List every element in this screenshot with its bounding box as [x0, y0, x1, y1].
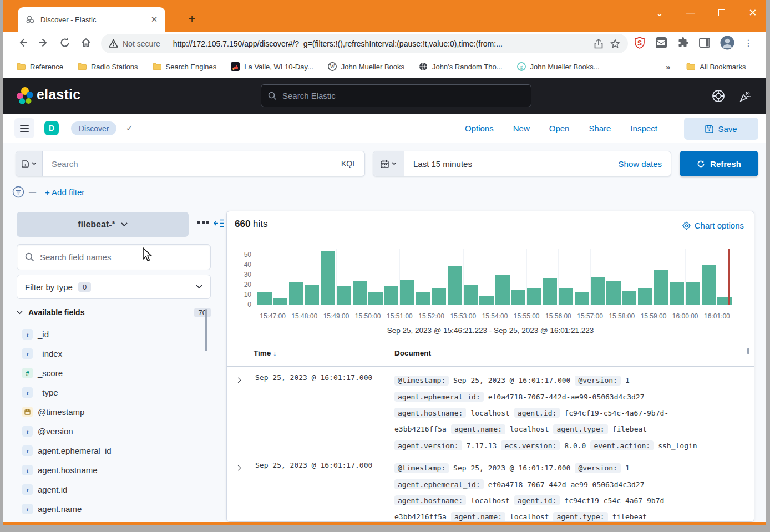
extensions-puzzle-icon[interactable] [677, 37, 689, 49]
field-key-badge[interactable]: agent.type: [553, 424, 607, 434]
histogram-bar[interactable] [432, 288, 447, 305]
histogram-bar[interactable] [606, 281, 621, 305]
date-quick-menu-button[interactable] [373, 151, 404, 176]
extension-mail-icon[interactable] [655, 37, 667, 49]
side-panel-icon[interactable] [698, 37, 711, 49]
browser-tab[interactable]: Discover - Elastic ✕ [18, 7, 165, 32]
histogram-bar[interactable] [511, 290, 526, 305]
add-filter-button[interactable]: + Add filter [45, 188, 84, 197]
menu-hamburger-button[interactable] [14, 118, 34, 138]
global-search-input[interactable] [282, 91, 524, 100]
index-pattern-options-icon[interactable] [197, 221, 209, 224]
url-text[interactable]: http://172.105.7.150/app/discover#/?_g=(… [173, 39, 587, 48]
bookmarks-overflow-chevron[interactable]: » [666, 62, 670, 72]
help-icon[interactable] [712, 89, 725, 103]
histogram-bar[interactable] [368, 292, 383, 305]
histogram-bar[interactable] [400, 280, 414, 305]
field-item[interactable]: #_score [17, 363, 200, 383]
histogram-bar[interactable] [495, 275, 510, 305]
field-search-input[interactable] [40, 252, 202, 262]
browser-menu-kebab-icon[interactable]: ⋮ [744, 38, 753, 48]
histogram-bar[interactable] [543, 278, 558, 305]
bookmark-item[interactable]: John's Random Tho... [419, 62, 503, 71]
toolbar-link-inspect[interactable]: Inspect [630, 124, 657, 133]
field-key-badge[interactable]: agent.ephemeral_id: [394, 479, 484, 489]
field-item[interactable]: tagent.ephemeral_id [17, 441, 200, 460]
histogram-bar[interactable] [670, 282, 685, 305]
histogram-bar[interactable] [416, 292, 430, 305]
address-bar[interactable]: Not secure http://172.105.7.150/app/disc… [101, 34, 628, 53]
bookmark-item[interactable]: Reference [17, 63, 63, 71]
histogram-bar[interactable] [527, 288, 541, 305]
histogram-bar[interactable] [289, 282, 303, 305]
column-header-time[interactable]: Time ↓ [254, 349, 277, 357]
kql-search-input[interactable] [43, 159, 341, 169]
toolbar-link-share[interactable]: Share [589, 124, 611, 133]
show-dates-button[interactable]: Show dates [619, 159, 671, 169]
histogram-bar[interactable] [702, 265, 716, 305]
sort-desc-icon[interactable]: ↓ [273, 349, 277, 357]
field-key-badge[interactable]: event.action: [590, 440, 654, 450]
breadcrumb-caret-icon[interactable]: ✓ [126, 123, 133, 133]
table-scrollbar[interactable] [747, 348, 749, 354]
time-range-value[interactable]: Last 15 minutes [404, 159, 619, 169]
histogram-bar[interactable] [654, 270, 668, 305]
field-key-badge[interactable]: agent.name: [451, 512, 505, 522]
elastic-logo-icon[interactable] [16, 87, 34, 105]
field-key-badge[interactable]: @version: [575, 463, 620, 473]
field-key-badge[interactable]: agent.id: [514, 408, 560, 418]
histogram-bar[interactable] [717, 297, 732, 305]
field-key-badge[interactable]: agent.type: [553, 512, 607, 522]
field-key-badge[interactable]: agent.ephemeral_id: [394, 392, 484, 402]
global-search-box[interactable] [261, 84, 531, 107]
field-key-badge[interactable]: ecs.version: [501, 440, 560, 450]
histogram-bar[interactable] [448, 266, 462, 305]
tab-close-icon[interactable]: ✕ [149, 14, 160, 25]
back-button[interactable] [16, 36, 30, 50]
filter-by-type-select[interactable]: Filter by type 0 [17, 275, 211, 299]
histogram-bar[interactable] [353, 281, 367, 305]
breadcrumb-discover[interactable]: Discover [71, 121, 116, 135]
field-item[interactable]: tagent.name [17, 499, 200, 519]
extension-s-shield-icon[interactable]: S [634, 37, 646, 49]
refresh-button[interactable]: Refresh [680, 151, 758, 176]
save-button[interactable]: Save [684, 118, 758, 140]
field-item[interactable]: t@version [17, 422, 200, 441]
expand-row-button[interactable] [236, 459, 255, 522]
histogram-bar[interactable] [575, 292, 589, 305]
sidebar-scrollbar[interactable] [205, 309, 207, 351]
newsfeed-party-icon[interactable] [739, 89, 752, 103]
field-key-badge[interactable]: agent.id: [514, 495, 560, 505]
field-key-badge[interactable]: @version: [575, 376, 620, 386]
minimize-button[interactable]: — [682, 4, 699, 21]
field-key-badge[interactable]: agent.name: [451, 424, 505, 434]
histogram-bar[interactable] [321, 251, 335, 305]
available-fields-header[interactable]: Available fields 70 [17, 305, 211, 320]
filter-circle-icon[interactable] [12, 186, 24, 198]
hits-histogram[interactable]: 0102030405015:47:0015:48:0015:49:0015:50… [227, 211, 754, 342]
forward-button[interactable] [37, 36, 51, 50]
new-tab-button[interactable]: + [184, 11, 200, 27]
share-icon[interactable] [594, 39, 604, 49]
column-header-document[interactable]: Document [394, 349, 431, 357]
all-bookmarks-button[interactable]: All Bookmarks [686, 63, 746, 71]
field-key-badge[interactable]: agent.hostname: [394, 495, 466, 505]
histogram-bar[interactable] [384, 286, 399, 305]
toolbar-link-open[interactable]: Open [549, 124, 570, 133]
histogram-bar[interactable] [686, 282, 700, 305]
histogram-bar[interactable] [305, 285, 320, 305]
toolbar-link-options[interactable]: Options [465, 124, 494, 133]
histogram-bar[interactable] [273, 298, 288, 305]
histogram-bar[interactable] [559, 288, 573, 305]
field-item[interactable]: t_type [17, 383, 200, 402]
index-pattern-selector[interactable]: filebeat-* [17, 212, 189, 237]
expand-row-button[interactable] [236, 372, 255, 454]
field-key-badge[interactable]: agent.version: [394, 440, 462, 450]
bookmark-item[interactable]: gJohn Mueller Books... [517, 62, 600, 71]
bookmark-item[interactable]: La Valle, WI 10-Day... [231, 62, 313, 71]
security-label[interactable]: Not secure [123, 39, 160, 48]
profile-avatar[interactable] [720, 36, 734, 50]
toolbar-link-new[interactable]: New [513, 124, 530, 133]
histogram-bar[interactable] [591, 277, 605, 305]
field-item[interactable]: t_index [17, 344, 200, 363]
